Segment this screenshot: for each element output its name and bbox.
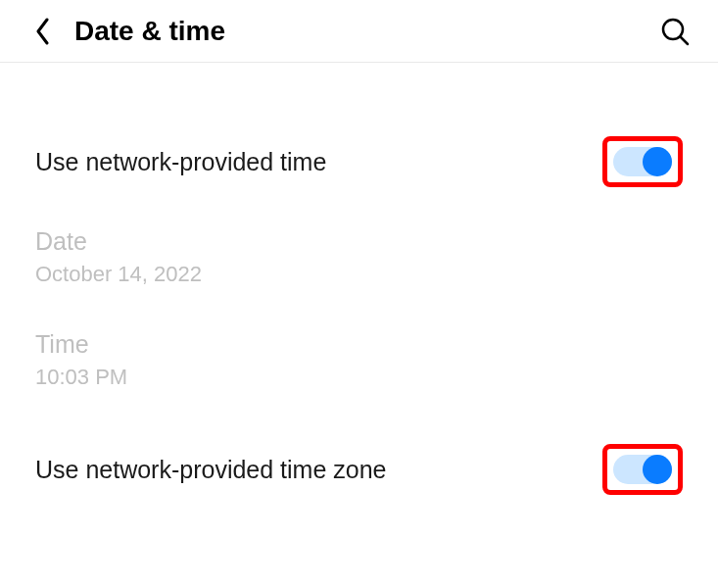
- svg-line-1: [681, 37, 688, 44]
- toggle-network-time-zone[interactable]: [613, 455, 672, 484]
- date-value: October 14, 2022: [35, 262, 683, 287]
- toggle-container: [602, 136, 683, 187]
- spacer: [0, 390, 718, 427]
- row-time: Time 10:03 PM: [0, 330, 718, 390]
- search-icon: [660, 17, 690, 46]
- toggle-container: [602, 444, 683, 495]
- svg-point-0: [663, 20, 683, 39]
- row-date: Date October 14, 2022: [0, 204, 718, 287]
- date-label: Date: [35, 227, 683, 256]
- row-label: Use network-provided time zone: [35, 456, 387, 484]
- toggle-network-time[interactable]: [613, 147, 672, 176]
- highlight-box: [602, 136, 683, 187]
- time-value: 10:03 PM: [35, 365, 683, 390]
- toggle-knob: [643, 455, 672, 484]
- header: Date & time: [0, 0, 718, 63]
- back-button[interactable]: [24, 12, 63, 51]
- time-label: Time: [35, 330, 683, 359]
- row-label: Use network-provided time: [35, 148, 326, 176]
- toggle-knob: [643, 147, 672, 176]
- chevron-left-icon: [35, 18, 51, 45]
- page-title: Date & time: [74, 16, 225, 47]
- row-network-time[interactable]: Use network-provided time: [0, 120, 718, 204]
- highlight-box: [602, 444, 683, 495]
- content: Use network-provided time Date October 1…: [0, 63, 718, 512]
- search-button[interactable]: [655, 12, 694, 51]
- row-network-time-zone[interactable]: Use network-provided time zone: [0, 427, 718, 512]
- spacer: [0, 287, 718, 330]
